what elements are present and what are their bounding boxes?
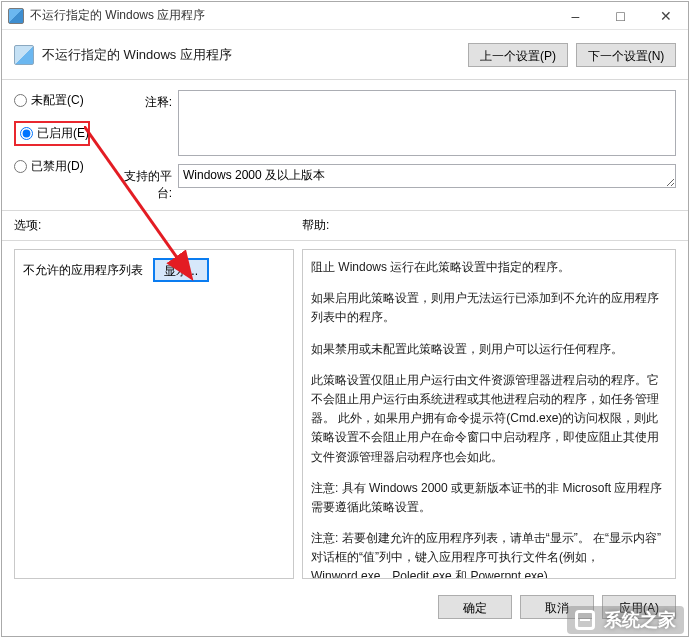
radio-disabled-label: 已禁用(D) [31,158,84,175]
app-icon [8,8,24,24]
next-setting-button[interactable]: 下一个设置(N) [576,43,676,67]
ok-button[interactable]: 确定 [438,595,512,619]
close-button[interactable]: ✕ [643,2,688,30]
maximize-button[interactable]: □ [598,2,643,30]
help-paragraph: 注意: 具有 Windows 2000 或更新版本证书的非 Microsoft … [311,479,667,517]
platform-label: 支持的平台: [114,164,172,202]
dialog-window: 不运行指定的 Windows 应用程序 – □ ✕ 不运行指定的 Windows… [1,1,689,637]
radio-disabled-input[interactable] [14,160,27,173]
disallowed-list-label: 不允许的应用程序列表 [23,262,143,279]
config-area: 未配置(C) 已启用(E) 已禁用(D) 注释: [2,80,688,211]
midbar: 选项: 帮助: [2,211,688,241]
state-radio-group: 未配置(C) 已启用(E) 已禁用(D) [14,90,106,175]
radio-not-configured-label: 未配置(C) [31,92,84,109]
help-paragraph: 注意: 若要创建允许的应用程序列表，请单击“显示”。 在“显示内容”对话框的“值… [311,529,667,579]
help-pane[interactable]: 阻止 Windows 运行在此策略设置中指定的程序。 如果启用此策略设置，则用户… [302,249,676,579]
cancel-button[interactable]: 取消 [520,595,594,619]
radio-disabled[interactable]: 已禁用(D) [14,158,106,175]
comment-textarea[interactable] [178,90,676,156]
help-paragraph: 此策略设置仅阻止用户运行由文件资源管理器进程启动的程序。它不会阻止用户运行由系统… [311,371,667,467]
radio-enabled-label: 已启用(E) [37,125,89,142]
window-controls: – □ ✕ [553,2,688,30]
radio-enabled-input[interactable] [20,127,33,140]
help-label: 帮助: [302,217,676,234]
help-paragraph: 如果启用此策略设置，则用户无法运行已添加到不允许的应用程序列表中的程序。 [311,289,667,327]
comment-label: 注释: [114,90,172,111]
radio-enabled[interactable]: 已启用(E) [20,125,89,142]
platform-row: 支持的平台: Windows 2000 及以上版本 [114,164,676,202]
platform-textbox: Windows 2000 及以上版本 [178,164,676,188]
footer-row: 确定 取消 应用(A) [2,587,688,627]
radio-enabled-highlight-box: 已启用(E) [14,121,90,146]
radio-not-configured-input[interactable] [14,94,27,107]
minimize-button[interactable]: – [553,2,598,30]
header-row: 不运行指定的 Windows 应用程序 上一个设置(P) 下一个设置(N) [2,30,688,80]
right-fields: 注释: 支持的平台: Windows 2000 及以上版本 [114,90,676,202]
policy-icon [14,45,34,65]
show-button[interactable]: 显示... [153,258,209,282]
apply-button[interactable]: 应用(A) [602,595,676,619]
comment-row: 注释: [114,90,676,156]
policy-title: 不运行指定的 Windows 应用程序 [42,46,460,64]
window-title: 不运行指定的 Windows 应用程序 [30,7,553,24]
radio-not-configured[interactable]: 未配置(C) [14,92,106,109]
title-bar: 不运行指定的 Windows 应用程序 – □ ✕ [2,2,688,30]
prev-setting-button[interactable]: 上一个设置(P) [468,43,568,67]
help-paragraph: 如果禁用或未配置此策略设置，则用户可以运行任何程序。 [311,340,667,359]
options-pane: 不允许的应用程序列表 显示... [14,249,294,579]
help-paragraph: 阻止 Windows 运行在此策略设置中指定的程序。 [311,258,667,277]
options-label: 选项: [14,217,302,234]
body-row: 不允许的应用程序列表 显示... 阻止 Windows 运行在此策略设置中指定的… [2,241,688,587]
